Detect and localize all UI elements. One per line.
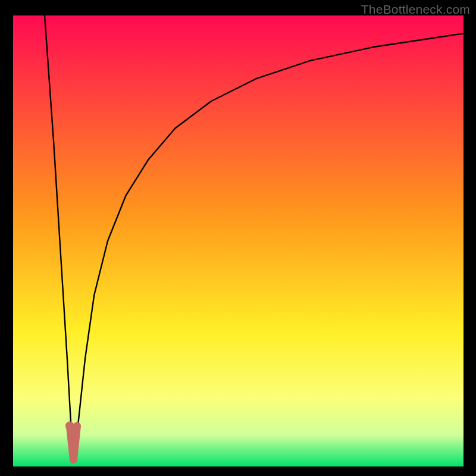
marker-dot [65,421,74,430]
vee-marker [70,426,77,460]
chart-svg [13,15,464,466]
plot-area [13,15,464,466]
chart-frame: TheBottleneck.com [0,0,476,476]
watermark-text: TheBottleneck.com [361,2,470,17]
